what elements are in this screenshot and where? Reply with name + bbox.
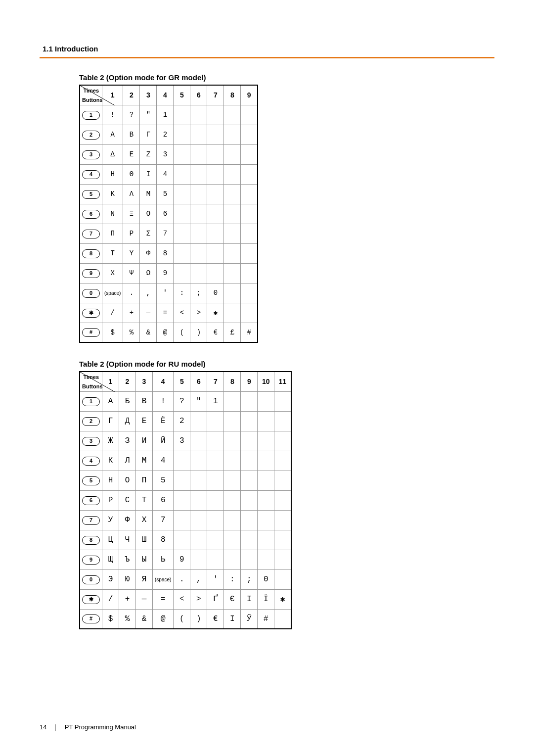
char-cell bbox=[241, 204, 258, 224]
char-cell: € bbox=[207, 323, 224, 342]
char-cell bbox=[207, 144, 224, 164]
char-cell bbox=[224, 431, 241, 451]
keypad-button-icon: # bbox=[82, 614, 100, 623]
char-cell: — bbox=[140, 303, 157, 323]
char-cell: Щ bbox=[102, 550, 119, 569]
col-header: 2 bbox=[119, 372, 136, 391]
char-cell: € bbox=[207, 609, 224, 629]
char-cell: Ρ bbox=[123, 224, 140, 243]
keypad-button-icon: 3 bbox=[82, 150, 100, 159]
row-button: 6 bbox=[80, 204, 102, 224]
char-cell: З bbox=[119, 431, 136, 451]
row-button: 2 bbox=[80, 125, 102, 144]
char-cell bbox=[207, 243, 224, 263]
char-cell: І bbox=[224, 609, 241, 629]
char-cell: ! bbox=[153, 391, 174, 411]
col-header: 8 bbox=[224, 85, 241, 105]
char-cell bbox=[224, 164, 241, 184]
char-cell: . bbox=[174, 569, 190, 589]
char-cell: = bbox=[157, 303, 174, 323]
char-cell: " bbox=[190, 391, 207, 411]
char-cell bbox=[190, 125, 207, 144]
char-cell bbox=[190, 263, 207, 283]
keypad-button-icon: 8 bbox=[82, 536, 100, 545]
char-cell bbox=[207, 510, 224, 530]
char-cell: $ bbox=[102, 609, 119, 629]
char-cell: В bbox=[136, 391, 153, 411]
table-row: 7ΠΡΣ7 bbox=[80, 224, 258, 243]
table-row: 5ΚΛΜ5 bbox=[80, 184, 258, 204]
char-cell: Φ bbox=[140, 243, 157, 263]
char-cell: / bbox=[102, 589, 119, 609]
char-cell: 8 bbox=[157, 243, 174, 263]
char-cell bbox=[174, 490, 190, 510]
char-cell: Ї bbox=[258, 589, 274, 609]
char-cell bbox=[190, 144, 207, 164]
char-cell: / bbox=[102, 303, 123, 323]
char-cell: 9 bbox=[157, 263, 174, 283]
char-cell bbox=[241, 184, 258, 204]
char-cell: Ў bbox=[241, 609, 258, 629]
char-cell bbox=[174, 204, 190, 224]
char-cell bbox=[174, 510, 190, 530]
section-title: 1.1 Introduction bbox=[40, 45, 494, 53]
row-button: 4 bbox=[80, 451, 102, 471]
char-cell: 5 bbox=[157, 184, 174, 204]
char-cell: Ξ bbox=[123, 204, 140, 224]
keypad-button-icon: 0 bbox=[82, 575, 100, 584]
char-cell bbox=[174, 243, 190, 263]
char-cell: Т bbox=[136, 490, 153, 510]
char-cell: : bbox=[174, 283, 190, 303]
char-cell: + bbox=[123, 303, 140, 323]
char-cell: 3 bbox=[174, 431, 190, 451]
char-cell: Η bbox=[102, 164, 123, 184]
char-cell: Ι bbox=[140, 164, 157, 184]
char-cell bbox=[224, 144, 241, 164]
char-cell: ✱ bbox=[207, 303, 224, 323]
keypad-button-icon: 3 bbox=[82, 437, 100, 446]
char-cell bbox=[274, 471, 291, 490]
col-header: 5 bbox=[174, 85, 190, 105]
char-cell bbox=[241, 510, 258, 530]
char-cell bbox=[207, 263, 224, 283]
char-cell: Υ bbox=[123, 243, 140, 263]
char-cell: 5 bbox=[153, 471, 174, 490]
table-corner: TimesButtons bbox=[80, 372, 102, 391]
col-header: 2 bbox=[123, 85, 140, 105]
char-cell: , bbox=[190, 569, 207, 589]
char-cell bbox=[224, 125, 241, 144]
keypad-button-icon: 1 bbox=[82, 397, 100, 406]
char-cell: % bbox=[119, 609, 136, 629]
keypad-button-icon: 9 bbox=[82, 269, 100, 278]
row-button: 3 bbox=[80, 431, 102, 451]
char-cell: + bbox=[119, 589, 136, 609]
char-cell bbox=[207, 411, 224, 431]
table-row: 2ΑΒΓ2 bbox=[80, 125, 258, 144]
table-row: 0ЭЮЯ(space).,':;0 bbox=[80, 569, 291, 589]
col-header: 3 bbox=[140, 85, 157, 105]
char-cell bbox=[207, 431, 224, 451]
keypad-button-icon: 6 bbox=[82, 496, 100, 505]
char-cell: ! bbox=[102, 105, 123, 125]
char-cell: Ω bbox=[140, 263, 157, 283]
char-cell: Ψ bbox=[123, 263, 140, 283]
keypad-button-icon: # bbox=[82, 328, 100, 337]
char-cell: Μ bbox=[140, 184, 157, 204]
char-cell bbox=[274, 569, 291, 589]
keypad-button-icon: 8 bbox=[82, 249, 100, 258]
char-cell bbox=[207, 451, 224, 471]
char-cell bbox=[174, 105, 190, 125]
char-cell bbox=[174, 184, 190, 204]
char-cell: @ bbox=[153, 609, 174, 629]
row-button: 9 bbox=[80, 263, 102, 283]
keypad-button-icon: ✱ bbox=[82, 309, 100, 318]
footer-divider bbox=[55, 724, 56, 731]
char-cell: 6 bbox=[157, 204, 174, 224]
char-cell bbox=[241, 224, 258, 243]
char-cell bbox=[190, 411, 207, 431]
char-cell: Р bbox=[102, 490, 119, 510]
col-header: 5 bbox=[174, 372, 190, 391]
char-cell: 7 bbox=[157, 224, 174, 243]
char-cell bbox=[258, 490, 274, 510]
keypad-button-icon: 2 bbox=[82, 131, 100, 140]
